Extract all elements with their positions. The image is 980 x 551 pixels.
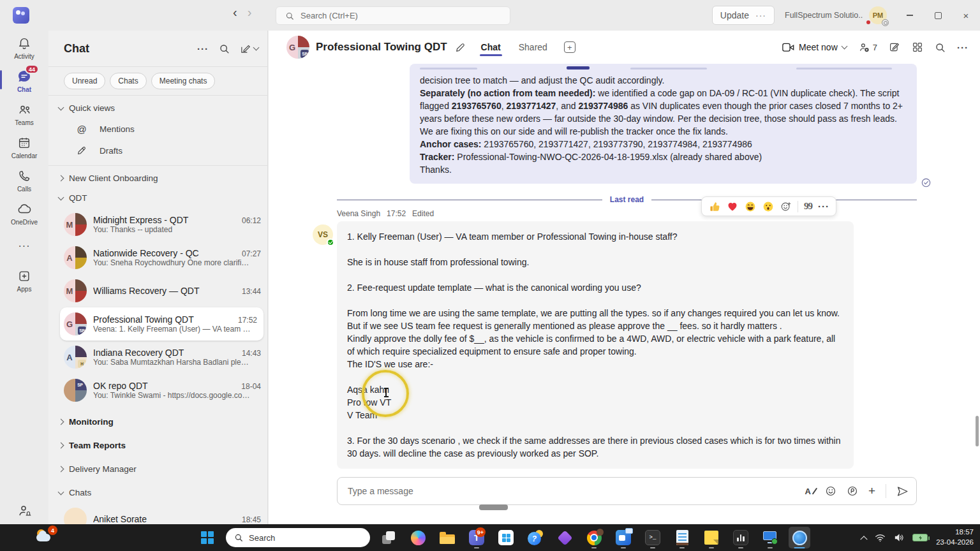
thumbs-up-reaction[interactable]	[708, 200, 720, 212]
get-help-button[interactable]: ?	[524, 527, 546, 548]
chat-list-item-ok-repo[interactable]: SP OK repo QDT18-04 You: Twinkle Swami -…	[48, 374, 267, 407]
chat-list-item-indiana-recovery[interactable]: AH Indiana Recovery QDT14:43 You: Saba M…	[48, 341, 267, 374]
forward-button[interactable]: ›	[248, 5, 252, 20]
search-in-chat-icon[interactable]	[935, 42, 946, 53]
section-delivery-manager[interactable]: Delivery Manager	[48, 459, 267, 479]
rail-item-activity[interactable]: Activity	[0, 31, 48, 64]
rail-item-teams[interactable]: Teams	[0, 97, 48, 130]
chat-filter-more-icon[interactable]: ···	[197, 43, 209, 54]
wifi-icon[interactable]	[875, 534, 886, 542]
rail-item-calendar[interactable]: Calendar	[0, 130, 48, 163]
back-button[interactable]: ‹	[233, 5, 237, 20]
loop-icon[interactable]	[847, 485, 858, 497]
battery-charging-icon[interactable]	[912, 534, 928, 541]
weather-widget[interactable]: 4	[36, 528, 56, 547]
org-switcher[interactable]: FullSpectrum Solutio...	[785, 11, 863, 20]
filter-chats[interactable]: Chats	[110, 73, 146, 89]
section-new-client-onboarding[interactable]: New Client Onboarding	[48, 168, 267, 188]
rail-item-onedrive[interactable]: OneDrive	[0, 196, 48, 230]
dev-app-button[interactable]	[612, 527, 634, 548]
heart-reaction[interactable]	[726, 200, 738, 212]
chevron-right-icon	[58, 419, 64, 425]
message-compose-box[interactable]: Type a message A +	[337, 477, 917, 505]
message-more-options-icon[interactable]: ···	[818, 201, 829, 212]
rail-item-calls[interactable]: Calls	[0, 163, 48, 196]
notepad-button[interactable]	[671, 527, 693, 548]
add-tab-icon[interactable]: +	[564, 41, 575, 53]
search-chats-icon[interactable]	[219, 43, 230, 54]
quote-reply-icon[interactable]: 99	[804, 201, 812, 212]
tray-chevron-up-icon[interactable]	[861, 536, 868, 543]
update-button[interactable]: Update ···	[712, 6, 775, 25]
people-status-icon[interactable]	[16, 503, 33, 519]
rename-chat-pencil-icon[interactable]	[455, 42, 466, 53]
global-search-input[interactable]: Search (Ctrl+E)	[276, 6, 510, 25]
close-button[interactable]: ×	[952, 0, 980, 31]
message-time: 17:52	[387, 209, 406, 218]
filter-unread[interactable]: Unread	[64, 73, 105, 89]
chat-list-item-aniket-sorate[interactable]: Aniket Sorate18:45	[48, 503, 267, 524]
surprised-reaction[interactable]	[762, 200, 774, 212]
active-app-button[interactable]	[789, 527, 810, 548]
add-reaction-icon[interactable]	[780, 200, 792, 212]
quick-view-mentions[interactable]: @ Mentions	[48, 118, 267, 140]
vertical-scrollbar-thumb[interactable]	[976, 416, 979, 446]
meet-now-button[interactable]: Meet now	[782, 42, 847, 52]
emoji-icon[interactable]	[825, 485, 836, 497]
sent-message[interactable]: decision tree to match — and adjust the …	[410, 64, 917, 184]
chat-list-item-midnight-express[interactable]: M Midnight Express - QDT06:12 You: Thank…	[48, 208, 267, 241]
compose-resize-handle[interactable]	[479, 504, 508, 510]
received-message[interactable]: Veena Singh 17:52 Edited VS 1. Kelly Fre…	[313, 209, 980, 469]
group-avatar: M	[64, 213, 87, 236]
rail-item-more[interactable]: ···	[0, 230, 48, 263]
author-name[interactable]: Veena Singh	[337, 209, 380, 218]
section-chats[interactable]: Chats	[48, 483, 267, 503]
section-monitoring[interactable]: Monitoring	[48, 412, 267, 432]
taskbar-search[interactable]: Search	[226, 528, 370, 547]
copilot-button[interactable]	[407, 527, 429, 548]
chrome-button[interactable]	[583, 527, 605, 548]
new-chat-icon[interactable]	[240, 43, 258, 54]
attach-plus-icon[interactable]: +	[868, 484, 875, 498]
section-qdt[interactable]: QDT	[48, 188, 267, 208]
message-list[interactable]: decision tree to match — and adjust the …	[269, 64, 980, 477]
task-view-button[interactable]	[378, 527, 399, 548]
laughing-reaction[interactable]	[744, 200, 756, 212]
group-avatar[interactable]: GSP	[286, 36, 309, 59]
chat-list-item-nationwide-recovery[interactable]: A Nationwide Recovery - QC07:27 You: Sne…	[48, 241, 267, 274]
taskbar-clock[interactable]: 18:57 23-04-2026	[936, 527, 974, 547]
open-in-new-compose-icon[interactable]	[889, 41, 900, 53]
analytics-app-button[interactable]	[730, 527, 752, 548]
chat-list-item-professional-towing[interactable]: GSP Professional Towing QDT17:52 Veena: …	[60, 307, 264, 341]
profile-avatar[interactable]: PM	[869, 6, 887, 24]
tab-chat[interactable]: Chat	[480, 33, 502, 61]
sticky-notes-button[interactable]	[701, 527, 722, 548]
teams-app-icon[interactable]	[13, 7, 29, 24]
minimize-button[interactable]	[896, 0, 924, 31]
quick-view-drafts[interactable]: Drafts	[48, 140, 267, 161]
terminal-button[interactable]: >_	[642, 527, 664, 548]
participants-button[interactable]: 7	[858, 42, 877, 53]
app-gem-button[interactable]	[554, 527, 575, 548]
volume-icon[interactable]	[894, 533, 904, 542]
rail-item-apps[interactable]: Apps	[0, 263, 48, 297]
apps-grid-icon[interactable]	[912, 41, 923, 53]
section-quick-views[interactable]: Quick views	[48, 98, 267, 118]
update-more-button[interactable]: ···	[755, 10, 766, 20]
send-icon[interactable]	[896, 485, 909, 497]
teams-taskbar-button[interactable]: T9+	[466, 527, 487, 548]
tab-shared[interactable]: Shared	[517, 33, 549, 61]
filter-meeting-chats[interactable]: Meeting chats	[151, 73, 216, 89]
section-team-reports[interactable]: Team Reports	[48, 436, 267, 455]
more-options-icon[interactable]: ···	[957, 42, 969, 53]
start-button[interactable]	[197, 527, 218, 548]
avatar[interactable]: VS	[313, 224, 333, 245]
chat-list-item-williams-recovery[interactable]: M Williams Recovery — QDT13:44	[48, 274, 267, 307]
chat-main-panel: GSP Professional Towing QDT Chat Shared …	[269, 31, 980, 524]
file-explorer-button[interactable]	[436, 527, 458, 548]
remote-desktop-button[interactable]	[759, 527, 781, 548]
maximize-button[interactable]	[924, 0, 952, 31]
microsoft-store-button[interactable]	[495, 527, 517, 548]
rail-item-chat[interactable]: 44 Chat	[0, 64, 48, 97]
format-icon[interactable]: A	[805, 487, 815, 496]
